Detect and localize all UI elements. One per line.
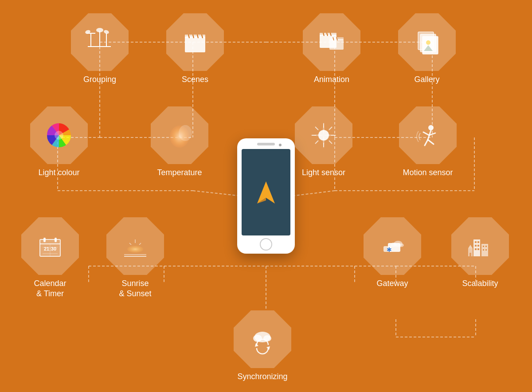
svg-point-99 (391, 243, 397, 247)
scenes-label: Scenes (182, 74, 208, 85)
feature-light-colour: Light colour (30, 106, 88, 178)
svg-line-15 (292, 191, 335, 196)
gateway-icon: ✱ (364, 217, 421, 275)
svg-point-36 (103, 29, 110, 35)
svg-line-68 (329, 127, 332, 130)
light-colour-icon (30, 106, 88, 164)
feature-animation: Animation (303, 13, 360, 85)
svg-rect-105 (475, 245, 477, 247)
scalability-label: Scalability (462, 278, 498, 289)
animation-icon (303, 13, 360, 71)
svg-rect-102 (481, 244, 488, 256)
calendar-label-2: & Timer (36, 289, 64, 299)
motion-sensor-icon (399, 106, 457, 164)
phone-screen (242, 149, 290, 235)
svg-line-66 (315, 127, 318, 130)
svg-rect-45 (320, 33, 336, 36)
svg-rect-108 (477, 248, 479, 250)
animation-label: Animation (314, 74, 349, 85)
svg-rect-111 (483, 249, 484, 251)
svg-rect-107 (475, 248, 477, 250)
phone-home-button (260, 238, 272, 251)
synchronizing-icon (234, 310, 291, 368)
calendar-label-1: Calendar (34, 278, 66, 289)
gallery-label: Gallery (414, 74, 439, 85)
svg-rect-115 (469, 253, 471, 256)
svg-rect-55 (422, 36, 438, 54)
app-logo (255, 179, 277, 206)
svg-point-74 (428, 125, 434, 130)
svg-line-76 (423, 132, 429, 135)
phone-camera (279, 144, 282, 146)
svg-rect-103 (475, 241, 477, 243)
svg-rect-110 (485, 246, 487, 247)
svg-point-56 (426, 40, 430, 45)
svg-point-100 (399, 243, 404, 247)
svg-line-14 (193, 191, 242, 196)
temperature-label: Temperature (157, 168, 202, 178)
svg-rect-83 (55, 238, 57, 242)
light-sensor-label: Light sensor (302, 168, 345, 178)
svg-line-94 (139, 243, 141, 245)
temperature-icon (151, 106, 208, 164)
svg-point-34 (96, 28, 103, 32)
sunrise-label-2: & Sunset (119, 289, 151, 299)
svg-line-69 (315, 141, 318, 144)
svg-rect-82 (43, 238, 46, 242)
svg-line-67 (329, 141, 332, 144)
svg-line-93 (129, 243, 131, 245)
svg-rect-112 (485, 249, 487, 251)
feature-synchronizing: Synchronizing (234, 310, 291, 382)
motion-sensor-label: Motion sensor (403, 168, 453, 178)
feature-gateway: ✱ Gateway (364, 217, 421, 289)
svg-text:✱: ✱ (387, 246, 392, 253)
svg-point-88 (127, 246, 143, 253)
grouping-icon (71, 13, 129, 71)
phone-speaker (257, 143, 275, 145)
feature-calendar: 21:30 Calendar & Timer (21, 217, 79, 299)
light-sensor-icon (295, 106, 352, 164)
feature-sunrise: Sunrise & Sunset (106, 217, 164, 299)
sunrise-label-1: Sunrise (121, 278, 149, 289)
feature-gallery: Gallery (398, 13, 456, 85)
feature-light-sensor: Light sensor (295, 106, 352, 178)
feature-grouping: Grouping (71, 13, 129, 85)
svg-rect-109 (483, 246, 484, 247)
svg-marker-114 (468, 245, 473, 248)
svg-point-117 (253, 335, 262, 342)
feature-scenes: Scenes (166, 13, 224, 85)
gateway-label: Gateway (376, 278, 408, 289)
scenes-icon (166, 13, 224, 71)
svg-rect-49 (329, 39, 344, 50)
calendar-icon: 21:30 (21, 217, 79, 275)
svg-point-32 (85, 29, 91, 35)
feature-motion-sensor: Motion sensor (399, 106, 457, 178)
light-colour-label: Light colour (38, 168, 79, 178)
svg-rect-106 (477, 245, 479, 247)
gallery-icon (398, 13, 456, 71)
svg-point-58 (55, 131, 63, 140)
svg-rect-38 (185, 36, 205, 52)
svg-point-60 (179, 125, 192, 141)
phone (237, 138, 295, 254)
svg-line-79 (428, 140, 434, 144)
synchronizing-label: Synchronizing (237, 372, 287, 382)
svg-line-78 (425, 140, 428, 145)
svg-rect-104 (477, 241, 479, 243)
sunrise-icon (106, 217, 164, 275)
feature-temperature: Temperature (151, 106, 208, 178)
feature-scalability: Scalability (451, 217, 509, 289)
scalability-icon (451, 217, 509, 275)
svg-point-118 (263, 335, 271, 341)
grouping-label: Grouping (83, 74, 116, 85)
